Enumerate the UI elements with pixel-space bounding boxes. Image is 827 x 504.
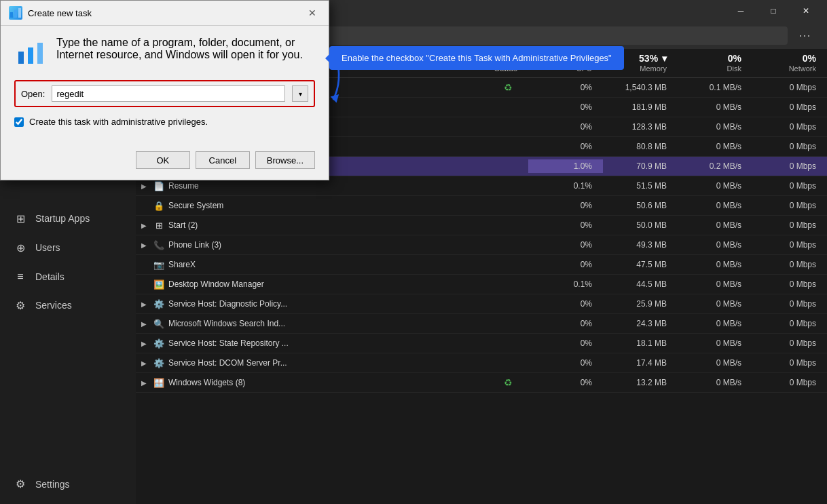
dialog-body: Type the name of a program, folder, docu… xyxy=(1,26,329,143)
svg-rect-4 xyxy=(18,52,24,64)
create-new-task-dialog: Create new task ✕ Type the name of a pro… xyxy=(0,0,329,180)
dialog-open-field: Open: ▾ xyxy=(14,80,315,107)
dialog-description: Type the name of a program, folder, docu… xyxy=(56,37,303,61)
dialog-open-label: Open: xyxy=(21,89,45,99)
dialog-titlebar: Create new task ✕ xyxy=(1,1,329,26)
admin-privilege-label: Create this task with administrative pri… xyxy=(29,117,208,127)
cancel-button[interactable]: Cancel xyxy=(196,151,250,169)
svg-rect-2 xyxy=(14,10,17,18)
browse-button[interactable]: Browse... xyxy=(255,151,315,169)
dialog-title-text: Create new task xyxy=(28,8,299,18)
svg-rect-6 xyxy=(37,43,43,64)
dialog-desc-line1: Type the name of a program, folder, docu… xyxy=(56,37,303,49)
svg-rect-1 xyxy=(10,12,13,18)
admin-privilege-checkbox[interactable] xyxy=(14,117,24,127)
hint-text: Enable the checkbox "Create this Task wi… xyxy=(342,53,612,63)
dialog-large-icon xyxy=(14,37,47,69)
svg-rect-3 xyxy=(18,8,21,18)
dialog-overlay: Enable the checkbox "Create this Task wi… xyxy=(0,0,827,504)
hint-balloon: Enable the checkbox "Create this Task wi… xyxy=(329,46,624,70)
dialog-desc-line2: Internet resource, and Windows will open… xyxy=(56,49,303,61)
dialog-buttons: OK Cancel Browse... xyxy=(1,143,329,180)
dialog-open-input[interactable] xyxy=(52,85,285,102)
dialog-app-icon xyxy=(9,6,22,20)
svg-rect-5 xyxy=(28,47,33,64)
svg-marker-0 xyxy=(331,94,339,102)
dialog-checkbox-row: Create this task with administrative pri… xyxy=(14,117,315,127)
ok-button[interactable]: OK xyxy=(136,151,190,169)
dialog-dropdown-button[interactable]: ▾ xyxy=(292,85,308,102)
dialog-close-button[interactable]: ✕ xyxy=(304,6,320,20)
dialog-info: Type the name of a program, folder, docu… xyxy=(14,37,315,69)
